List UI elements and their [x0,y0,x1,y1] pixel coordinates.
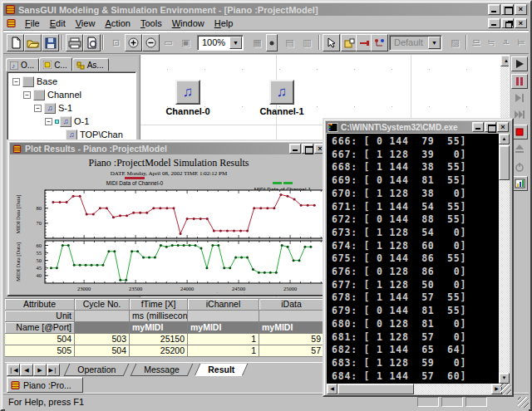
scroll-left-icon[interactable]: ◀ [327,384,337,394]
menu-action[interactable]: Action [100,17,135,29]
menu-edit[interactable]: Edit [45,17,71,29]
tab-message[interactable]: Message [131,364,193,376]
align-left-button[interactable]: 므 [469,34,484,51]
close-button[interactable]: × [515,4,527,15]
node-channel-1[interactable]: ♫ Channel-1 [244,80,319,116]
cmd-titlebar[interactable]: C:\WINNT\System32\CMD.exe × [326,121,510,133]
menu-tools[interactable]: Tools [135,17,167,29]
minimize-button[interactable] [488,4,500,15]
plot-titlebar[interactable]: Plot Results - Piano :ProjectModel × [10,143,328,154]
eject-button[interactable] [511,141,528,156]
floppy-icon [45,37,57,49]
plot-results-button[interactable] [511,176,528,191]
tree-item-o1[interactable]: − ♫ O-1 [7,115,135,128]
console-horizontal-scrollbar[interactable]: ◀ ▶ [327,384,502,394]
distribute-v-button[interactable]: ⊨ [514,34,529,51]
data-cell[interactable]: 25200 [130,345,188,357]
distribute-h-button[interactable]: ᴶᴸ [499,34,514,51]
tab-assemblies[interactable]: As... [72,58,109,71]
tab-objects[interactable]: ♪ O... [6,58,39,71]
tab-operation[interactable]: Operation [64,364,130,376]
console-vertical-scrollbar[interactable]: ▲ ▼ [499,134,510,384]
terminate-button[interactable] [511,159,528,174]
resize-grip[interactable] [518,397,529,408]
apply-preset-button[interactable]: ▨ [446,34,464,51]
tree-item-base[interactable]: − Base [7,75,135,88]
grid-button[interactable]: ▤ [281,34,298,51]
data-point [213,229,215,232]
data-cell[interactable]: 504 [75,345,130,357]
zoom-combo[interactable]: 100%▼ [197,35,244,51]
prev-tab-button[interactable]: ◀ [20,364,33,376]
first-tab-button[interactable]: ❘◀ [7,364,20,376]
pause-button[interactable] [511,74,528,89]
zoom-window-button[interactable]: ▭ [160,34,177,51]
step-button[interactable] [511,91,528,105]
minimize-button[interactable] [289,144,301,154]
collapse-icon[interactable]: − [45,118,52,125]
collapse-icon[interactable]: − [23,91,31,99]
maximize-button[interactable] [501,4,514,15]
dropdown-arrow-icon[interactable]: ▼ [229,37,242,49]
minimize-button[interactable] [472,122,484,132]
collapse-icon[interactable]: − [34,105,42,112]
zoom-in-button[interactable] [125,34,142,51]
tab-classes[interactable]: C... [39,57,72,71]
collapse-icon[interactable]: − [12,78,20,86]
link-tool-button[interactable] [371,34,388,51]
scrollbar-thumb[interactable] [337,384,414,394]
data-cell[interactable]: 57 [259,345,324,357]
scroll-up-icon[interactable]: ▲ [499,134,510,144]
mdi-minimize-button[interactable] [488,18,500,28]
maximize-button[interactable] [485,122,496,132]
preset-combo[interactable]: Default▼ [389,35,442,51]
data-cell[interactable]: 59 [259,334,324,345]
zoom-out-button[interactable] [142,34,160,51]
menu-view[interactable]: View [71,17,101,29]
stop-button[interactable] [511,125,528,139]
menu-window[interactable]: Window [167,17,209,29]
open-file-button[interactable] [24,34,42,51]
menu-help[interactable]: Help [209,17,239,29]
explorer-tabs: ♪ O... C... As... [6,57,109,71]
data-cell[interactable]: 25150 [130,334,188,345]
next-tab-button[interactable]: ▶ [33,364,47,376]
new-file-button[interactable] [7,34,24,51]
last-tab-button[interactable]: ▶❘ [47,364,60,376]
data-cell[interactable]: 1 [188,345,259,357]
row-header[interactable]: 504 [5,334,75,345]
dropdown-arrow-icon[interactable]: ▼ [428,37,441,49]
main-titlebar[interactable]: SansGUI Modeling & Simulation Environmen… [3,3,529,16]
run-button[interactable] [511,56,528,71]
mdi-restore-button[interactable] [501,18,514,28]
select-tool-button[interactable] [323,34,340,51]
close-button[interactable]: × [497,122,509,132]
scroll-down-icon[interactable]: ▼ [499,373,510,384]
document-icon[interactable] [6,18,17,28]
align-center-button[interactable]: ≒ [484,34,499,51]
node-channel-0[interactable]: ♫ Channel-0 [150,80,225,116]
mdi-tab-piano-project[interactable]: Piano :Pro... [7,377,83,393]
save-button[interactable] [42,34,59,51]
snap-button[interactable]: ▥ [298,34,316,51]
data-cell[interactable]: 503 [75,334,130,345]
maximize-button[interactable] [302,144,313,154]
tree-item-channel[interactable]: − Channel [7,88,135,101]
dot-tool-button[interactable] [266,34,278,51]
zoom-fit-button[interactable]: ⊡ [107,34,125,51]
print-button[interactable] [66,34,83,51]
run-to-end-button[interactable] [511,107,528,122]
print-preview-button[interactable] [83,34,101,51]
resize-grip[interactable] [500,384,511,394]
mdi-close-button[interactable]: × [515,18,527,28]
menu-file[interactable]: File [20,17,45,29]
data-cell[interactable]: 1 [188,334,259,345]
tree-item-s1[interactable]: − ♫ S-1 [7,101,135,115]
console-output[interactable]: 666: [ 0 144 79 55]667: [ 1 128 39 0]668… [327,134,502,384]
zoom-page-button[interactable]: ▣ [177,34,195,51]
row-header[interactable]: 505 [5,345,75,357]
tab-result[interactable]: Result [194,364,248,376]
layout-button[interactable]: ▦ [249,34,266,51]
scrollbar-thumb[interactable] [499,145,510,180]
y-tick-label: 60 [37,242,42,248]
